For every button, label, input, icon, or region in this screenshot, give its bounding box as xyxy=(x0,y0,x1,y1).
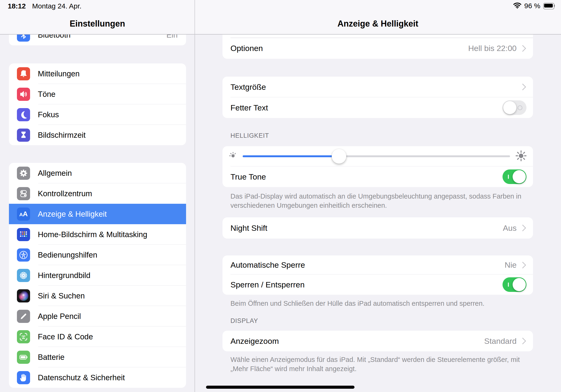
options-label: Optionen xyxy=(230,44,263,53)
sidebar-item-label: Anzeige & Helligkeit xyxy=(38,210,107,218)
sidebar-item-apple-pencil[interactable]: Apple Pencil xyxy=(9,306,186,327)
chevron-right-icon xyxy=(519,45,526,52)
auto-lock-value: Nie xyxy=(505,260,517,270)
appearance-card: Optionen Hell bis 22:00 xyxy=(223,34,533,59)
sidebar-item-anzeige-helligkeit[interactable]: AAAnzeige & Helligkeit xyxy=(9,204,186,224)
night-shift-label: Night Shift xyxy=(230,224,267,233)
sidebar-item-label: Bildschirmzeit xyxy=(38,131,86,140)
sidebar-item-allgemein[interactable]: Allgemein xyxy=(9,163,186,183)
sidebar-item-face-id-code[interactable]: Face ID & Code xyxy=(9,327,186,347)
display-section-header: DISPLAY xyxy=(230,317,258,325)
bold-text-toggle[interactable] xyxy=(503,100,527,115)
sidebar-item-label: Datenschutz & Sicherheit xyxy=(38,373,125,382)
sidebar-item-label: Home-Bildschirm & Multitasking xyxy=(38,230,147,239)
aa-icon: AA xyxy=(17,207,30,221)
panel-divider xyxy=(194,0,195,392)
bold-text-label: Fetter Text xyxy=(230,103,268,112)
true-tone-footnote: Das iPad-Display wird automatisch an die… xyxy=(230,192,529,210)
chevron-right-icon xyxy=(519,84,526,90)
sidebar-item-bedienungshilfen[interactable]: Bedienungshilfen xyxy=(9,245,186,265)
sidebar-item-bluetooth[interactable]: BluetoothEin xyxy=(9,34,186,45)
sidebar-group-connectivity: BluetoothEin xyxy=(9,34,186,45)
sidebar-item-mitteilungen[interactable]: Mitteilungen xyxy=(9,64,186,84)
lock-unlock-label: Sperren / Entsperren xyxy=(230,280,305,289)
battery-icon xyxy=(17,351,30,364)
sidebar-item-label: Fokus xyxy=(38,110,59,119)
sidebar-item-fokus[interactable]: Fokus xyxy=(9,104,186,125)
pencil-icon xyxy=(17,310,30,323)
sidebar-item-label: Kontrollzentrum xyxy=(38,189,92,198)
page-title: Anzeige & Helligkeit xyxy=(195,19,561,29)
night-shift-value: Aus xyxy=(503,224,517,233)
battery-percent: 96 % xyxy=(524,2,540,10)
sidebar-item-label: Batterie xyxy=(38,353,65,362)
sidebar-item-label: Mitteilungen xyxy=(38,69,80,78)
sidebar-item-label: Siri & Suchen xyxy=(38,291,85,300)
brightness-slider-row xyxy=(223,146,533,166)
chevron-right-icon xyxy=(519,338,526,344)
true-tone-toggle[interactable] xyxy=(503,169,527,184)
night-shift-row[interactable]: Night Shift Aus xyxy=(223,218,533,239)
hand-icon xyxy=(17,371,30,384)
sidebar-item-datenschutz-sicherheit[interactable]: Datenschutz & Sicherheit xyxy=(9,367,186,388)
lock-footnote: Beim Öffnen und Schließen der Hülle das … xyxy=(230,299,485,308)
sidebar-item-label: Hintergrundbild xyxy=(38,271,90,280)
auto-lock-row[interactable]: Automatische Sperre Nie xyxy=(223,255,533,274)
sidebar-item-label: Bedienungshilfen xyxy=(38,250,97,260)
night-shift-card: Night Shift Aus xyxy=(223,218,533,239)
sidebar-item-töne[interactable]: Töne xyxy=(9,84,186,104)
siri-icon xyxy=(17,289,30,303)
sidebar-item-home-bildschirm-multitasking[interactable]: Home-Bildschirm & Multitasking xyxy=(9,224,186,245)
faceid-icon xyxy=(17,330,30,343)
lock-unlock-row[interactable]: Sperren / Entsperren xyxy=(223,274,533,295)
text-size-row[interactable]: Textgröße xyxy=(223,76,533,97)
lock-unlock-toggle[interactable] xyxy=(503,277,527,292)
battery-icon xyxy=(543,3,555,9)
chevron-right-icon xyxy=(519,225,526,231)
brightness-slider[interactable] xyxy=(243,146,510,166)
true-tone-row[interactable]: True Tone xyxy=(223,166,533,187)
moon-icon xyxy=(17,108,30,121)
apps-grid-icon xyxy=(17,228,30,241)
gear-icon xyxy=(17,167,30,180)
display-zoom-footnote: Wähle einen Anzeigemodus für das iPad. M… xyxy=(230,355,534,373)
sidebar-group-notifications: MitteilungenTöneFokusBildschirmzeit xyxy=(9,64,186,145)
sidebar-item-label: Face ID & Code xyxy=(38,332,93,341)
sidebar-item-value: Ein xyxy=(166,34,178,40)
bluetooth-icon xyxy=(17,34,30,42)
sidebar-item-siri-suchen[interactable]: Siri & Suchen xyxy=(9,285,186,306)
options-value: Hell bis 22:00 xyxy=(468,44,517,53)
wifi-icon xyxy=(513,2,521,10)
sidebar-title: Einstellungen xyxy=(0,19,195,29)
display-zoom-row[interactable]: Anzeigezoom Standard xyxy=(223,331,533,351)
status-bar: 18:12 Montag 24. Apr. 96 % xyxy=(0,0,561,11)
brightness-low-icon xyxy=(229,151,237,161)
accessibility-icon xyxy=(17,248,30,261)
hourglass-icon xyxy=(17,129,30,142)
flower-icon xyxy=(17,269,30,282)
display-zoom-value: Standard xyxy=(484,337,517,346)
sidebar-item-label: Apple Pencil xyxy=(38,312,81,321)
brightness-section-header: HELLIGKEIT xyxy=(230,132,269,139)
toggles-icon xyxy=(17,187,30,200)
home-indicator[interactable] xyxy=(206,386,355,389)
lock-card: Automatische Sperre Nie Sperren / Entspe… xyxy=(223,255,533,295)
true-tone-label: True Tone xyxy=(230,172,266,181)
brightness-slider-knob[interactable] xyxy=(332,149,346,163)
text-size-label: Textgröße xyxy=(230,83,266,92)
appearance-row-cutoff xyxy=(223,34,533,38)
sidebar-item-batterie[interactable]: Batterie xyxy=(9,347,186,367)
sidebar-item-label: Töne xyxy=(38,90,55,99)
sidebar-item-hintergrundbild[interactable]: Hintergrundbild xyxy=(9,265,186,285)
bold-text-row[interactable]: Fetter Text xyxy=(223,97,533,118)
status-date: Montag 24. Apr. xyxy=(32,2,82,10)
speaker-icon xyxy=(17,88,30,101)
sidebar-item-kontrollzentrum[interactable]: Kontrollzentrum xyxy=(9,183,186,204)
sidebar-group-system: AllgemeinKontrollzentrumAAAnzeige & Hell… xyxy=(9,163,186,388)
text-card: Textgröße Fetter Text xyxy=(223,76,533,118)
bell-icon xyxy=(17,67,30,80)
auto-lock-label: Automatische Sperre xyxy=(230,260,305,270)
display-zoom-card: Anzeigezoom Standard xyxy=(223,331,533,351)
sidebar-item-bildschirmzeit[interactable]: Bildschirmzeit xyxy=(9,125,186,145)
options-row[interactable]: Optionen Hell bis 22:00 xyxy=(223,38,533,59)
